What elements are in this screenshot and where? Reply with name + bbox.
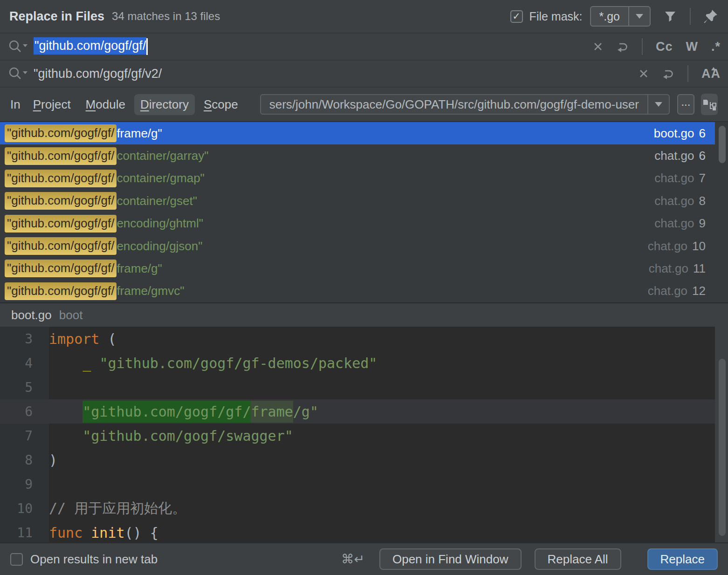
pin-icon xyxy=(703,8,719,24)
result-row[interactable]: "github.com/gogf/gf/frame/g"chat.go11 xyxy=(0,257,715,280)
directory-structure-icon xyxy=(702,97,716,111)
replace-in-files-dialog: Replace in Files 34 matches in 13 files … xyxy=(0,0,728,575)
clear-replace-button[interactable] xyxy=(638,68,649,79)
result-row[interactable]: "github.com/gogf/gf/container/garray"cha… xyxy=(0,144,715,167)
file-mask-dropdown[interactable] xyxy=(628,7,650,26)
match-highlight: "github.com/gogf/gf/ xyxy=(5,237,117,255)
file-mask-checkbox[interactable]: ✓ xyxy=(510,10,523,23)
code-line: 8) xyxy=(0,448,715,472)
code-editor[interactable]: 3import (4 _ "github.com/gogf/gf-demos/p… xyxy=(0,327,715,542)
result-file-label: chat.go12 xyxy=(648,284,710,298)
filter-button[interactable] xyxy=(663,9,678,24)
preserve-case-toggle[interactable]: AA xyxy=(701,67,721,81)
code-line: 7 "github.com/gogf/swagger" xyxy=(0,424,715,448)
line-number: 9 xyxy=(699,216,706,230)
file-mask-combo[interactable]: *.go xyxy=(590,6,651,27)
divider xyxy=(690,8,691,25)
newline-icon xyxy=(616,40,630,54)
match-highlight: "github.com/gogf/gf/ xyxy=(5,282,117,300)
close-icon xyxy=(592,41,604,52)
code-segment: frame xyxy=(251,401,293,423)
footer-bar: Open results in new tab ⌘↵ Open in Find … xyxy=(0,542,728,575)
preview-file-name: boot.go xyxy=(11,308,52,322)
replace-all-button[interactable]: Replace All xyxy=(535,548,621,570)
result-file-label: chat.go7 xyxy=(654,171,710,185)
result-row[interactable]: "github.com/gogf/gf/frame/g"boot.go6 xyxy=(0,122,715,144)
code-segment xyxy=(49,355,82,371)
file-mask-value: *.go xyxy=(591,7,628,26)
result-file-label: chat.go10 xyxy=(648,239,710,253)
preview-package-name: boot xyxy=(59,308,83,322)
code-segment: ( xyxy=(99,331,116,347)
line-number: 12 xyxy=(692,284,706,298)
newline-button[interactable] xyxy=(616,40,630,54)
code-text: "github.com/gogf/swagger" xyxy=(49,428,293,444)
search-input[interactable]: "github.com/gogf/gf/ xyxy=(34,38,148,55)
pin-button[interactable] xyxy=(703,8,719,24)
match-rest-text: frame/g" xyxy=(117,126,162,141)
code-text: _ "github.com/gogf/gf-demos/packed" xyxy=(49,355,377,371)
open-in-find-window-button[interactable]: Open in Find Window xyxy=(379,548,522,570)
result-row[interactable]: "github.com/gogf/gf/container/gset"chat.… xyxy=(0,190,715,212)
directory-path-combo[interactable]: sers/john/Workspace/Go/GOPATH/src/github… xyxy=(260,94,670,115)
code-segment xyxy=(82,525,91,541)
code-segment: ) xyxy=(49,452,57,468)
scope-option-scope[interactable]: Scope xyxy=(198,94,244,115)
regex-toggle[interactable]: .* xyxy=(711,40,721,54)
code-line: 4 _ "github.com/gogf/gf-demos/packed" xyxy=(0,351,715,375)
result-row[interactable]: "github.com/gogf/gf/frame/gmvc"chat.go12 xyxy=(0,280,715,302)
scope-option-module[interactable]: Module xyxy=(80,94,131,115)
title-bar: Replace in Files 34 matches in 13 files … xyxy=(0,0,728,33)
code-segment xyxy=(49,404,82,420)
result-row[interactable]: "github.com/gogf/gf/encoding/ghtml"chat.… xyxy=(0,212,715,235)
editor-scrollbar[interactable] xyxy=(719,359,726,536)
search-icon[interactable] xyxy=(7,39,28,55)
code-text: "github.com/gogf/gf/frame/g" xyxy=(49,404,318,420)
line-number: 8 xyxy=(699,194,706,208)
match-highlight: "github.com/gogf/gf/ xyxy=(5,260,117,277)
result-row[interactable]: "github.com/gogf/gf/container/gmap"chat.… xyxy=(0,167,715,190)
directory-structure-button[interactable] xyxy=(701,94,718,115)
file-name: chat.go xyxy=(654,171,694,185)
code-text: ) xyxy=(49,452,57,468)
match-case-toggle[interactable]: Cc xyxy=(656,40,673,54)
file-name: chat.go xyxy=(649,261,688,275)
text-caret xyxy=(146,38,148,55)
result-row[interactable]: "github.com/gogf/gf/encoding/gjson"chat.… xyxy=(0,235,715,257)
results-scrollbar[interactable] xyxy=(719,126,726,163)
divider xyxy=(687,65,688,82)
code-line: 5 xyxy=(0,375,715,399)
result-file-label: chat.go8 xyxy=(654,194,710,208)
replace-button[interactable]: Replace xyxy=(647,548,718,570)
gutter-line-number: 6 xyxy=(0,404,33,419)
close-icon xyxy=(638,68,649,79)
line-number: 11 xyxy=(693,261,706,275)
line-number: 6 xyxy=(699,126,706,140)
directory-path-dropdown[interactable] xyxy=(647,95,669,114)
browse-button[interactable]: ... xyxy=(677,94,694,115)
file-mask-label: File mask: xyxy=(529,10,583,23)
file-name: chat.go xyxy=(648,284,687,298)
newline-button[interactable] xyxy=(661,67,675,81)
code-segment: /g" xyxy=(293,404,318,420)
file-name: chat.go xyxy=(654,194,694,208)
clear-search-button[interactable] xyxy=(592,41,604,52)
scope-option-project[interactable]: Project xyxy=(27,94,77,115)
open-results-new-tab-checkbox[interactable] xyxy=(10,553,23,566)
words-toggle[interactable]: W xyxy=(686,40,698,54)
file-name: chat.go xyxy=(654,216,694,230)
match-rest-text: encoding/ghtml" xyxy=(117,216,203,231)
divider xyxy=(642,38,643,55)
replace-search-icon[interactable] xyxy=(7,66,28,82)
result-file-label: chat.go6 xyxy=(654,149,710,163)
match-rest-text: encoding/gjson" xyxy=(117,239,202,253)
dialog-title: Replace in Files xyxy=(9,9,104,24)
match-highlight: "github.com/gogf/gf/ xyxy=(5,215,117,233)
scope-prefix-label: In xyxy=(10,97,21,112)
scope-row: In ProjectModuleDirectoryScope sers/john… xyxy=(0,87,728,121)
match-rest-text: container/gset" xyxy=(117,194,197,208)
replace-input[interactable]: "github.com/gogf/gf/v2/ xyxy=(34,67,162,81)
newline-icon xyxy=(661,67,675,81)
scope-option-directory[interactable]: Directory xyxy=(134,94,195,115)
result-file-label: boot.go6 xyxy=(654,126,710,141)
